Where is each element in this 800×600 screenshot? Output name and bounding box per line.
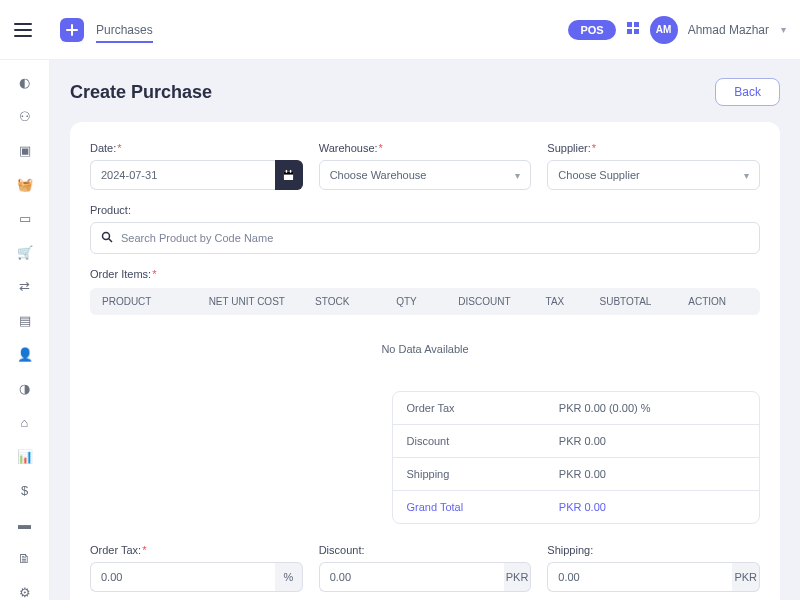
products-icon[interactable]: ▣ bbox=[17, 142, 33, 158]
warehouse-field: Warehouse: Choose Warehouse ▾ bbox=[319, 142, 532, 190]
topbar: Purchases POS AM Ahmad Mazhar ▾ bbox=[0, 0, 800, 60]
summary-grand-total-label: Grand Total bbox=[407, 501, 559, 513]
search-icon bbox=[101, 231, 113, 246]
chevron-down-icon[interactable]: ▾ bbox=[781, 24, 786, 35]
page-title: Create Purchase bbox=[70, 82, 212, 103]
gear-icon[interactable]: ⚙ bbox=[17, 584, 33, 600]
calendar-icon[interactable] bbox=[275, 160, 303, 190]
product-label: Product: bbox=[90, 204, 760, 216]
th-stock: STOCK bbox=[295, 296, 369, 307]
supplier-field: Supplier: Choose Supplier ▾ bbox=[547, 142, 760, 190]
summary-box: Order Tax PKR 0.00 (0.00) % Discount PKR… bbox=[392, 391, 761, 524]
empty-state: No Data Available bbox=[90, 315, 760, 391]
fullscreen-icon[interactable] bbox=[626, 21, 640, 38]
svg-rect-6 bbox=[286, 170, 287, 173]
card-icon[interactable]: ▬ bbox=[17, 516, 33, 532]
date-input[interactable]: 2024-07-31 bbox=[90, 160, 275, 190]
th-discount: DISCOUNT bbox=[444, 296, 526, 307]
supplier-label: Supplier: bbox=[547, 142, 760, 154]
order-items-header: PRODUCT NET UNIT COST STOCK QTY DISCOUNT… bbox=[90, 288, 760, 315]
date-label: Date: bbox=[90, 142, 303, 154]
form-card: Date: 2024-07-31 Warehouse: Choose Wareh… bbox=[70, 122, 780, 600]
svg-line-9 bbox=[109, 238, 112, 241]
summary-discount-value: PKR 0.00 bbox=[559, 435, 606, 447]
svg-rect-7 bbox=[290, 170, 291, 173]
shield-icon[interactable]: ◑ bbox=[17, 380, 33, 396]
th-net-unit-cost: NET UNIT COST bbox=[199, 296, 296, 307]
chevron-down-icon: ▾ bbox=[744, 170, 749, 181]
svg-rect-2 bbox=[627, 29, 632, 34]
shipping-input[interactable]: 0.00 bbox=[547, 562, 732, 592]
percent-addon: % bbox=[275, 562, 303, 592]
currency-icon[interactable]: $ bbox=[17, 482, 33, 498]
pkr-addon: PKR bbox=[732, 562, 760, 592]
document-icon[interactable]: ▭ bbox=[17, 210, 33, 226]
breadcrumb[interactable]: Purchases bbox=[96, 23, 153, 37]
discount-field: Discount: 0.00 PKR bbox=[319, 544, 532, 592]
wallet-icon[interactable]: ▤ bbox=[17, 312, 33, 328]
chevron-down-icon: ▾ bbox=[515, 170, 520, 181]
transfer-icon[interactable]: ⇄ bbox=[17, 278, 33, 294]
th-tax: TAX bbox=[525, 296, 584, 307]
date-field: Date: 2024-07-31 bbox=[90, 142, 303, 190]
svg-rect-1 bbox=[634, 22, 639, 27]
warehouse-label: Warehouse: bbox=[319, 142, 532, 154]
username-label: Ahmad Mazhar bbox=[688, 23, 769, 37]
th-action: ACTION bbox=[666, 296, 748, 307]
sidebar: ◐ ⚇ ▣ 🧺 ▭ 🛒 ⇄ ▤ 👤 ◑ ⌂ 📊 $ ▬ 🗎 ⚙ bbox=[0, 60, 50, 600]
svg-rect-0 bbox=[627, 22, 632, 27]
user-icon[interactable]: 👤 bbox=[17, 346, 33, 362]
order-tax-input[interactable]: 0.00 bbox=[90, 562, 275, 592]
file-icon[interactable]: 🗎 bbox=[17, 550, 33, 566]
order-items-label: Order Items: bbox=[90, 268, 760, 280]
avatar[interactable]: AM bbox=[650, 16, 678, 44]
th-product: PRODUCT bbox=[102, 296, 199, 307]
add-button[interactable] bbox=[60, 18, 84, 42]
pkr-addon: PKR bbox=[504, 562, 532, 592]
main-content: Create Purchase Back Date: 2024-07-31 Wa… bbox=[50, 60, 800, 600]
home-icon[interactable]: ⌂ bbox=[17, 414, 33, 430]
cart-icon[interactable]: 🛒 bbox=[17, 244, 33, 260]
product-search-input[interactable]: Search Product by Code Name bbox=[90, 222, 760, 254]
network-icon[interactable]: ⚇ bbox=[17, 108, 33, 124]
pos-button[interactable]: POS bbox=[568, 20, 615, 40]
svg-rect-3 bbox=[634, 29, 639, 34]
discount-input[interactable]: 0.00 bbox=[319, 562, 504, 592]
menu-toggle-button[interactable] bbox=[14, 23, 32, 37]
plus-icon bbox=[66, 24, 78, 36]
discount-input-label: Discount: bbox=[319, 544, 532, 556]
svg-point-8 bbox=[103, 232, 110, 239]
order-tax-field: Order Tax: 0.00 % bbox=[90, 544, 303, 592]
back-button[interactable]: Back bbox=[715, 78, 780, 106]
shipping-input-label: Shipping: bbox=[547, 544, 760, 556]
supplier-select[interactable]: Choose Supplier ▾ bbox=[547, 160, 760, 190]
summary-order-tax-value: PKR 0.00 (0.00) % bbox=[559, 402, 651, 414]
summary-discount-label: Discount bbox=[407, 435, 559, 447]
breadcrumb-label: Purchases bbox=[96, 23, 153, 43]
svg-rect-5 bbox=[284, 171, 293, 174]
th-subtotal: SUBTOTAL bbox=[585, 296, 667, 307]
chart-icon[interactable]: 📊 bbox=[17, 448, 33, 464]
shipping-field: Shipping: 0.00 PKR bbox=[547, 544, 760, 592]
summary-grand-total-value: PKR 0.00 bbox=[559, 501, 606, 513]
order-tax-input-label: Order Tax: bbox=[90, 544, 303, 556]
summary-shipping-label: Shipping bbox=[407, 468, 559, 480]
summary-shipping-value: PKR 0.00 bbox=[559, 468, 606, 480]
summary-order-tax-label: Order Tax bbox=[407, 402, 559, 414]
warehouse-select[interactable]: Choose Warehouse ▾ bbox=[319, 160, 532, 190]
th-qty: QTY bbox=[369, 296, 443, 307]
dashboard-icon[interactable]: ◐ bbox=[17, 74, 33, 90]
basket-icon[interactable]: 🧺 bbox=[17, 176, 33, 192]
